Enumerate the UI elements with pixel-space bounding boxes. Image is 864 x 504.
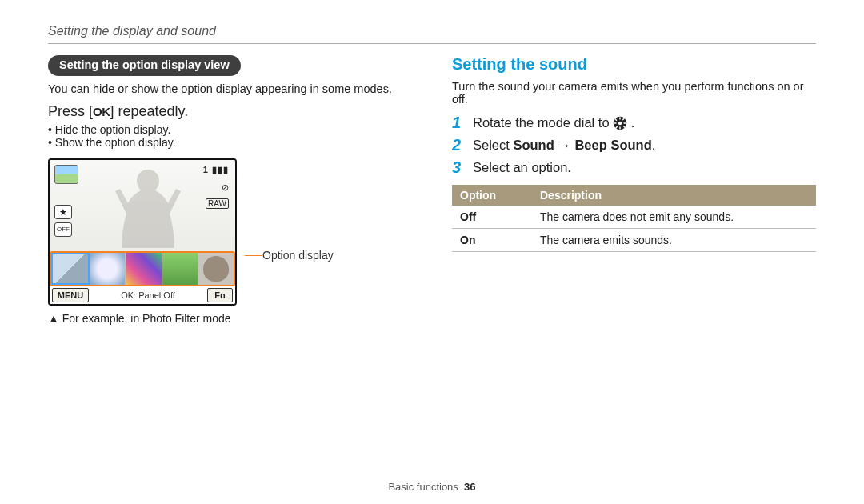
- filter-thumb-2: [90, 253, 126, 285]
- col-description: Description: [532, 185, 816, 206]
- step2-post: .: [652, 138, 656, 152]
- press-instruction: Press [OK] repeatedly.: [48, 103, 412, 120]
- list-item: Hide the option display.: [48, 123, 412, 136]
- press-text-pre: Press [: [48, 103, 93, 119]
- lcd-illustration: ★ OFF 1 ▮▮▮ ⊘ RAW MENU: [48, 158, 237, 306]
- filter-thumb-1: [51, 253, 90, 285]
- step-item: Rotate the mode dial to .: [452, 114, 816, 132]
- subheading-pill: Setting the option display view: [48, 55, 241, 76]
- shot-counter: 1 ▮▮▮: [203, 165, 229, 175]
- step1-pre: Rotate the mode dial to: [473, 115, 613, 130]
- flash-off-icon: ⊘: [222, 182, 229, 193]
- panel-off-label: OK: Panel Off: [89, 290, 207, 300]
- list-item: Show the option display.: [48, 136, 412, 149]
- fn-softkey: Fn: [207, 288, 233, 302]
- settings-dial-icon: [613, 116, 627, 130]
- left-intro-text: You can hide or show the option display …: [48, 82, 412, 95]
- opt-desc: The camera emits sounds.: [532, 229, 816, 252]
- lcd-softkey-bar: MENU OK: Panel Off Fn: [50, 286, 235, 304]
- section-heading: Setting the sound: [452, 55, 816, 74]
- step3-text: Select an option.: [473, 160, 571, 175]
- star-icon: ★: [54, 205, 72, 219]
- left-column: Setting the option display view You can …: [48, 55, 412, 325]
- footer-page-number: 36: [464, 481, 475, 493]
- manual-page: Setting the display and sound Setting th…: [0, 0, 864, 504]
- opt-name: Off: [452, 206, 532, 229]
- right-intro-text: Turn the sound your camera emits when yo…: [452, 80, 816, 106]
- ok-key-label: OK: [93, 105, 110, 118]
- press-text-post: ] repeatedly.: [110, 103, 189, 119]
- svg-rect-3: [619, 127, 621, 130]
- running-header: Setting the display and sound: [48, 24, 816, 38]
- menu-softkey: MENU: [52, 288, 89, 302]
- off-icon: OFF: [54, 222, 72, 237]
- col-option: Option: [452, 185, 532, 206]
- footer-chapter: Basic functions: [388, 481, 458, 493]
- options-table: Option Description Off The camera does n…: [452, 185, 816, 252]
- histogram-thumbnail-icon: [54, 165, 78, 184]
- hide-show-list: Hide the option display. Show the option…: [48, 123, 412, 149]
- header-rule: [48, 43, 816, 44]
- option-display-strip: [50, 251, 235, 286]
- person-silhouette-icon: [112, 163, 184, 248]
- step2-arrow: →: [554, 138, 575, 152]
- filter-thumb-3: [126, 253, 162, 285]
- table-row: Off The camera does not emit any sounds.: [452, 206, 816, 229]
- two-column-layout: Setting the option display view You can …: [48, 55, 816, 325]
- numbered-steps: Rotate the mode dial to . Select Sound →…: [452, 114, 816, 177]
- right-column: Setting the sound Turn the sound your ca…: [452, 55, 816, 325]
- step2-pre: Select: [473, 138, 513, 152]
- page-footer: Basic functions 36: [0, 481, 864, 493]
- table-row: On The camera emits sounds.: [452, 229, 816, 252]
- svg-rect-5: [624, 123, 626, 125]
- callout-line: [245, 255, 262, 256]
- step2-sound: Sound: [513, 138, 554, 152]
- svg-rect-4: [614, 123, 617, 125]
- filter-thumb-4: [162, 253, 198, 285]
- filter-thumb-5: [198, 253, 234, 285]
- opt-name: On: [452, 229, 532, 252]
- raw-icon: RAW: [206, 198, 229, 209]
- step1-post: .: [631, 115, 635, 130]
- lcd-illustration-row: ★ OFF 1 ▮▮▮ ⊘ RAW MENU: [48, 158, 412, 306]
- lcd-viewfinder: ★ OFF 1 ▮▮▮ ⊘ RAW: [50, 160, 235, 251]
- step-item: Select an option.: [452, 158, 816, 177]
- callout-label: Option display: [262, 249, 334, 262]
- svg-rect-2: [619, 118, 621, 120]
- figure-caption: ▲ For example, in Photo Filter mode: [48, 312, 412, 325]
- svg-point-1: [618, 122, 622, 126]
- step2-beepsound: Beep Sound: [574, 138, 651, 152]
- opt-desc: The camera does not emit any sounds.: [532, 206, 816, 229]
- step-item: Select Sound → Beep Sound.: [452, 136, 816, 154]
